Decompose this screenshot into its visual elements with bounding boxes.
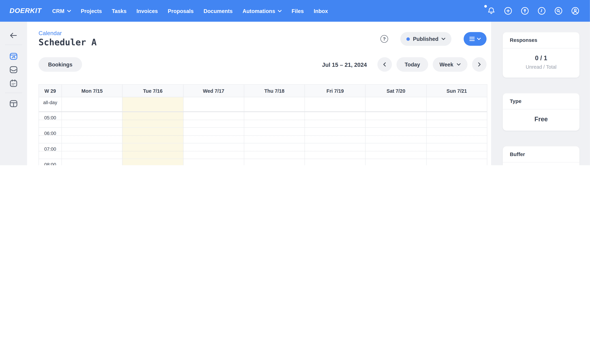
help-icon[interactable]: ?: [380, 35, 388, 43]
next-week-button[interactable]: [472, 57, 487, 72]
prev-week-button[interactable]: [378, 57, 392, 72]
nav-item-label: Automations: [243, 8, 275, 14]
time-slot[interactable]: [61, 143, 122, 159]
time-slot[interactable]: [122, 159, 183, 165]
bookings-tab[interactable]: Bookings: [39, 57, 82, 72]
app-logo[interactable]: DOERKIT: [10, 7, 41, 15]
time-slot[interactable]: [61, 159, 122, 165]
nav-item-label: Projects: [81, 8, 102, 14]
sidebar-item-inbox[interactable]: [9, 65, 19, 74]
time-slot[interactable]: [365, 112, 426, 127]
all-day-slot[interactable]: [426, 97, 487, 111]
day-header[interactable]: Fri 7/19: [305, 84, 365, 97]
time-slot[interactable]: [61, 112, 122, 127]
time-slot[interactable]: [183, 159, 244, 165]
day-header[interactable]: Sat 7/20: [365, 84, 426, 97]
all-day-slot[interactable]: [61, 97, 122, 111]
back-button[interactable]: [9, 30, 19, 40]
nav-item-files[interactable]: Files: [292, 8, 304, 14]
time-slot[interactable]: [365, 159, 426, 165]
nav-item-label: Proposals: [168, 8, 193, 14]
calendar-grid: W 29 Mon 7/15 Tue 7/16 Wed 7/17 Thu 7/18…: [39, 84, 487, 165]
time-slot[interactable]: [365, 143, 426, 159]
create-button[interactable]: [503, 6, 513, 16]
today-button[interactable]: Today: [397, 57, 428, 72]
user-circle-icon: [570, 6, 580, 16]
nav-item-tasks[interactable]: Tasks: [112, 8, 126, 14]
clock-icon: [537, 6, 546, 16]
search-button[interactable]: [554, 6, 563, 16]
nav-item-proposals[interactable]: Proposals: [168, 8, 193, 14]
time-slot[interactable]: [426, 128, 487, 143]
time-slot[interactable]: [122, 143, 183, 159]
card-title: Responses: [503, 32, 579, 48]
status-dropdown[interactable]: Published: [400, 32, 451, 46]
time-slot[interactable]: [426, 159, 487, 165]
time-slot[interactable]: [122, 128, 183, 143]
nav-item-crm[interactable]: CRM: [52, 8, 71, 14]
time-slot[interactable]: [183, 128, 244, 143]
time-slot[interactable]: [61, 128, 122, 143]
day-header[interactable]: Sun 7/21: [426, 84, 487, 97]
time-slot[interactable]: [244, 112, 305, 127]
card-body: 0 / 1 Unread / Total: [503, 48, 579, 78]
dashboard-icon: [9, 51, 18, 61]
search-circle-icon: [554, 6, 563, 16]
status-label: Published: [413, 36, 438, 42]
day-header[interactable]: Tue 7/16: [122, 84, 183, 97]
date-range-label: Jul 15 – 21, 2024: [322, 61, 367, 68]
time-slot[interactable]: [365, 128, 426, 143]
nav-item-inbox[interactable]: Inbox: [314, 8, 328, 14]
all-day-slot[interactable]: [183, 97, 244, 111]
nav-item-label: CRM: [52, 8, 64, 14]
sidebar-item-layout[interactable]: [9, 98, 19, 108]
nav-item-invoices[interactable]: Invoices: [136, 8, 158, 14]
all-day-slot[interactable]: [305, 97, 365, 111]
time-slot[interactable]: [305, 128, 365, 143]
history-button[interactable]: [537, 6, 546, 16]
day-header[interactable]: Thu 7/18: [244, 84, 305, 97]
view-dropdown[interactable]: Week: [433, 57, 467, 72]
actions-menu-button[interactable]: [464, 32, 486, 46]
time-slot[interactable]: [305, 112, 365, 127]
time-slot[interactable]: [426, 143, 487, 159]
navbar-actions: [486, 6, 580, 16]
main-content: Calendar Scheduler A ? Published Booking…: [27, 22, 491, 165]
all-day-slot[interactable]: [244, 97, 305, 111]
all-day-slot[interactable]: [122, 97, 183, 111]
hour-row: 08:00: [39, 159, 487, 165]
day-header-row: W 29 Mon 7/15 Tue 7/16 Wed 7/17 Thu 7/18…: [39, 84, 487, 97]
time-slot[interactable]: [244, 159, 305, 165]
help-pin-button[interactable]: [520, 6, 530, 16]
time-slot[interactable]: [305, 159, 365, 165]
account-button[interactable]: [570, 6, 580, 16]
sidebar-item-dashboard[interactable]: [9, 51, 19, 61]
all-day-slot[interactable]: [365, 97, 426, 111]
calendar-toolbar: Bookings Jul 15 – 21, 2024 Today Week: [39, 57, 487, 72]
card-body: 10 min - 10 min: [503, 162, 579, 165]
chevron-right-icon: [478, 62, 481, 67]
nav-item-label: Documents: [204, 8, 233, 14]
time-slot[interactable]: [244, 128, 305, 143]
time-slot[interactable]: [183, 112, 244, 127]
day-header[interactable]: Wed 7/17: [183, 84, 244, 97]
day-header[interactable]: Mon 7/15: [61, 84, 122, 97]
calendar-body: all-day 05:00 06:00: [39, 97, 487, 165]
nav-item-automations[interactable]: Automations: [243, 8, 282, 14]
nav-item-projects[interactable]: Projects: [81, 8, 102, 14]
time-slot[interactable]: [183, 143, 244, 159]
notifications-button[interactable]: [486, 6, 496, 16]
nav-item-label: Files: [292, 8, 304, 14]
sidebar-item-calendar[interactable]: [9, 78, 19, 88]
status-dot: [406, 37, 410, 41]
card-title: Type: [503, 93, 579, 110]
time-slot[interactable]: [426, 112, 487, 127]
time-slot[interactable]: [305, 143, 365, 159]
nav-item-documents[interactable]: Documents: [204, 8, 233, 14]
time-slot[interactable]: [244, 143, 305, 159]
time-slot[interactable]: [122, 112, 183, 127]
time-label: 08:00: [39, 159, 61, 165]
card-value: Free: [506, 115, 576, 123]
nav-item-label: Tasks: [112, 8, 126, 14]
breadcrumb-calendar-link[interactable]: Calendar: [39, 30, 62, 36]
